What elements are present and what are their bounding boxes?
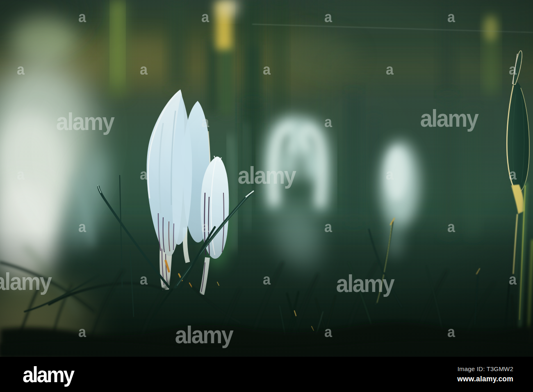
image-id-value: T3GMW2 bbox=[487, 365, 513, 372]
footer-info: Image ID: T3GMW2 www.alamy.com bbox=[457, 365, 513, 385]
alamy-watermarked-stock-image: aaaaaaaaaaaaaaaaaaaaaaaaaalamyalamyalamy… bbox=[0, 0, 533, 392]
alamy-logo: alamy bbox=[23, 363, 73, 385]
image-id-label: Image ID: bbox=[458, 365, 485, 372]
crocus-meadow-scene bbox=[0, 0, 533, 357]
alamy-url: www.alamy.com bbox=[457, 374, 513, 384]
image-id: Image ID: T3GMW2 bbox=[457, 365, 513, 374]
vignette bbox=[0, 0, 533, 357]
footer-bar: alamy Image ID: T3GMW2 www.alamy.com bbox=[0, 357, 533, 392]
stock-photo bbox=[0, 0, 533, 357]
